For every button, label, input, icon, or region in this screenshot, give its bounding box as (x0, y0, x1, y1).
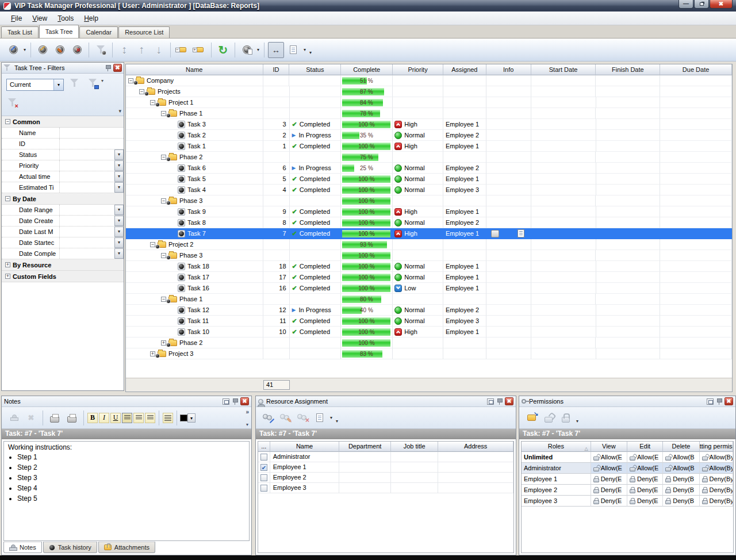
column-header-name[interactable]: Name (270, 442, 340, 452)
close-button[interactable]: ✖ (710, 0, 733, 9)
task-row-task-8[interactable]: Task 88✔Completed100 %NormalEmployee 2 (126, 217, 732, 228)
group-row-project-1[interactable]: −Project 184 % (126, 97, 732, 108)
group-row-projects[interactable]: −Projects87 % (126, 86, 732, 97)
filter-field-value[interactable] (59, 128, 114, 138)
checkbox[interactable] (260, 454, 267, 461)
expander-icon[interactable]: − (161, 198, 166, 204)
restore-button[interactable] (694, 0, 709, 9)
permission-row-unlimited[interactable]: UnlimitedAllow(EAllow(EAllow(BAllow(By (522, 452, 733, 463)
fit-columns-button[interactable]: ↔ (268, 42, 284, 58)
task-row-task-16[interactable]: Task 1616✔Completed100 %LowEmployee 1 (126, 283, 732, 294)
filter-section-by-date[interactable]: −By Date (2, 193, 124, 205)
move-up-button[interactable]: ↑ (133, 42, 150, 58)
bullet-list-button[interactable] (163, 413, 173, 423)
delete-task-button[interactable]: × (69, 42, 85, 58)
save-filter-dropdown[interactable]: ▾ (101, 78, 103, 83)
filter-field-value[interactable] (59, 171, 114, 182)
section-toggle-icon[interactable]: + (5, 274, 10, 279)
save-filter-button[interactable]: ▾ (88, 78, 98, 88)
delete-note-button[interactable]: ✖ (23, 410, 39, 426)
menu-help[interactable]: Help (79, 13, 103, 24)
tab-calendar[interactable]: Calendar (79, 26, 118, 38)
task-row-task-1[interactable]: Task 11✔Completed100 %HighEmployee 1 (126, 141, 732, 152)
group-row-phase-1[interactable]: −Phase 180 % (126, 294, 732, 305)
print-button[interactable] (64, 410, 80, 426)
expander-icon[interactable]: − (139, 89, 144, 94)
restore-panel-icon[interactable] (707, 398, 714, 405)
column-header-name[interactable]: Name (126, 64, 263, 75)
dropdown-button[interactable]: ▾ (114, 237, 124, 248)
italic-button[interactable]: I (99, 413, 109, 423)
toolbar-overflow-dropdown[interactable]: ▾ (308, 50, 313, 55)
column-header-job-title[interactable]: Job title (391, 442, 439, 452)
task-row-task-9[interactable]: Task 99✔Completed100 %HighEmployee 1 (126, 206, 732, 217)
pin-icon[interactable] (716, 398, 722, 405)
align-left-button[interactable] (122, 413, 132, 423)
task-row-task-6[interactable]: Task 66▶In Progress25 %NormalEmployee 2 (126, 163, 732, 174)
clear-filter-button[interactable]: × (7, 98, 17, 108)
restore-panel-icon[interactable] (223, 398, 229, 405)
permission-row-administrator[interactable]: AdministratorAllow(EAllow(EAllow(BAllow(… (522, 463, 733, 474)
bottom-tab-attachments[interactable]: Attachments (98, 542, 155, 553)
font-color-dropdown[interactable]: ▾ (187, 413, 195, 423)
task-note-dropdown[interactable]: ▾ (255, 47, 261, 52)
task-row-task-12[interactable]: Task 1212▶In Progress40 %NormalEmployee … (126, 305, 732, 316)
task-row-task-18[interactable]: Task 1818✔Completed100 %NormalEmployee 1 (126, 261, 732, 272)
move-task-button[interactable]: ↕ (116, 42, 132, 58)
create-task-button[interactable] (34, 42, 51, 58)
expander-icon[interactable]: + (150, 351, 155, 356)
pin-icon[interactable] (105, 64, 110, 71)
section-toggle-icon[interactable]: + (5, 262, 10, 267)
bold-button[interactable]: B (87, 413, 98, 423)
checkbox[interactable] (260, 474, 267, 481)
align-center-button[interactable] (133, 413, 144, 423)
filter-close-button[interactable]: ✖ (113, 64, 122, 72)
column-header-delete[interactable]: Delete (663, 442, 699, 452)
filter-preset-combobox[interactable]: Current ▾ (6, 79, 64, 91)
notes-toolbar-overflow[interactable]: » (246, 409, 249, 415)
remove-assignment-button[interactable]: × (294, 410, 310, 426)
add-task-button[interactable] (5, 42, 21, 58)
expander-icon[interactable]: − (128, 78, 133, 83)
filter-section-custom-fields[interactable]: +Custom Fields (2, 271, 124, 282)
column-header-view[interactable]: View (591, 442, 627, 452)
checkbox[interactable] (260, 464, 267, 471)
resource-columns-button[interactable] (312, 410, 328, 426)
task-row-task-10[interactable]: Task 1010✔Completed100 %HighEmployee 1 (126, 327, 732, 337)
expander-icon[interactable]: − (161, 297, 166, 302)
expander-icon[interactable]: − (161, 111, 166, 116)
permissions-toolbar-overflow[interactable]: ▾ (574, 419, 580, 424)
edit-task-button[interactable]: ✎ (52, 42, 68, 58)
insert-note-button[interactable] (6, 410, 22, 426)
task-row-task-17[interactable]: Task 1717✔Completed100 %NormalEmployee 1 (126, 272, 732, 283)
column-header-assigned[interactable]: Assigned (443, 64, 486, 75)
group-row-phase-2[interactable]: −Phase 275 % (126, 152, 732, 163)
notes-close-button[interactable]: ✖ (240, 397, 249, 405)
filter-section-common[interactable]: −Common (2, 116, 124, 128)
assign-resource-button[interactable] (260, 410, 276, 426)
task-row-task-3[interactable]: Task 33✔Completed100 %HighEmployee 1 (126, 119, 732, 130)
expander-icon[interactable]: − (150, 100, 155, 105)
tab-task-tree[interactable]: Task Tree (39, 25, 79, 38)
task-row-task-4[interactable]: Task 44✔Completed100 %NormalEmployee 3 (126, 185, 732, 195)
resource-row-employee-1[interactable]: Employee 1 (258, 462, 513, 473)
bottom-tab-notes[interactable]: Notes (3, 542, 42, 553)
combobox-dropdown-button[interactable]: ▾ (53, 79, 63, 90)
filter-field-value[interactable] (59, 160, 114, 171)
pin-icon[interactable] (232, 398, 237, 405)
dropdown-button[interactable]: ▾ (114, 248, 124, 259)
column-header-due-date[interactable]: Due Date (660, 64, 732, 75)
add-task-dropdown[interactable]: ▾ (22, 47, 28, 52)
filter-field-value[interactable] (59, 216, 114, 226)
bottom-tab-task-history[interactable]: Task history (43, 542, 97, 553)
tab-task-list[interactable]: Task List (1, 26, 39, 38)
dropdown-button[interactable]: ▾ (114, 216, 124, 226)
column-header-select[interactable]: ... (258, 442, 270, 452)
column-header-edit[interactable]: Edit (627, 442, 663, 452)
filter-field-value[interactable] (59, 149, 114, 160)
resource-toolbar-overflow[interactable]: ▾ (334, 419, 340, 424)
resource-row-employee-2[interactable]: Employee 2 (258, 473, 513, 483)
group-row-project-2[interactable]: −Project 293 % (126, 239, 732, 250)
edit-assignment-button[interactable]: ✎ (277, 410, 293, 426)
column-header-id[interactable]: ID (263, 64, 290, 75)
